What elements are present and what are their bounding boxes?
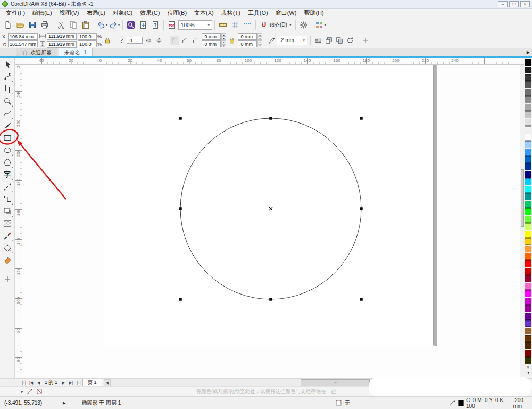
minimize-button[interactable]: [498, 1, 508, 7]
color-swatch[interactable]: [525, 335, 531, 342]
chamfered-corner-button[interactable]: [191, 36, 201, 45]
scale-y-field[interactable]: [78, 40, 97, 47]
search-content-button[interactable]: [125, 19, 137, 31]
color-swatch[interactable]: [525, 89, 531, 96]
corner-radius-bottom-right-field[interactable]: [238, 40, 257, 47]
zoom-level-combo[interactable]: 100%: [178, 20, 212, 30]
shape-tool-button[interactable]: [1, 70, 14, 83]
field-spinner[interactable]: [257, 40, 262, 47]
menu-item-tools[interactable]: 工具(O): [244, 9, 272, 18]
selection-handle[interactable]: [360, 207, 363, 210]
eyedropper-icon[interactable]: [27, 388, 33, 395]
freehand-tool-button[interactable]: [1, 107, 14, 119]
polygon-tool-button[interactable]: [1, 156, 14, 168]
menu-item-bitmaps[interactable]: 位图(B): [163, 9, 190, 18]
color-swatch[interactable]: [525, 67, 531, 73]
redo-button[interactable]: [109, 19, 120, 31]
artistic-media-tool-button[interactable]: [1, 119, 14, 132]
outline-width-combo[interactable]: .2 mm: [277, 36, 307, 45]
corner-radius-top-left-field[interactable]: [202, 33, 221, 40]
color-swatch[interactable]: [525, 298, 531, 305]
color-swatch[interactable]: [525, 104, 531, 111]
selection-handle[interactable]: [269, 117, 272, 120]
undo-button[interactable]: [96, 19, 108, 31]
field-spinner[interactable]: [221, 33, 226, 40]
tab-welcome-screen[interactable]: 欢迎屏幕: [16, 48, 57, 56]
object-height-field[interactable]: [47, 41, 77, 48]
color-swatch[interactable]: [525, 149, 531, 156]
scroll-left-arrow[interactable]: [104, 379, 111, 386]
color-eyedropper-tool-button[interactable]: [1, 230, 14, 242]
color-swatch[interactable]: [525, 201, 531, 208]
object-width-field[interactable]: [47, 33, 77, 40]
selection-handle[interactable]: [179, 298, 182, 301]
first-page-button[interactable]: [28, 379, 35, 386]
color-swatch[interactable]: [525, 328, 531, 334]
selection-handle[interactable]: [360, 298, 363, 301]
drawing-canvas[interactable]: [22, 65, 520, 378]
menu-item-view[interactable]: 视图(V): [56, 9, 83, 18]
show-rulers-button[interactable]: [217, 19, 229, 31]
horizontal-ruler[interactable]: 4020020406080100120140160180200220240: [22, 58, 524, 65]
menu-item-help[interactable]: 帮助(H): [300, 9, 327, 18]
color-swatch[interactable]: [525, 134, 531, 141]
page-1-tab[interactable]: 页 1: [82, 379, 102, 386]
transparency-tool-button[interactable]: [1, 217, 14, 230]
selection-handle[interactable]: [360, 117, 363, 120]
no-color-swatch[interactable]: [36, 388, 43, 395]
connector-tool-button[interactable]: [1, 193, 14, 205]
selection-handle[interactable]: [179, 117, 182, 120]
rotation-angle-field[interactable]: [127, 37, 143, 44]
mirror-vertical-button[interactable]: [154, 36, 164, 45]
color-swatch[interactable]: [525, 260, 531, 267]
horizontal-scrollbar-thumb[interactable]: [301, 379, 370, 386]
paste-button[interactable]: [80, 19, 92, 31]
color-swatch[interactable]: [525, 268, 531, 275]
new-button[interactable]: [2, 19, 14, 31]
menu-item-effects[interactable]: 效果(C): [136, 9, 163, 18]
publish-pdf-button[interactable]: [166, 19, 178, 31]
corner-radius-top-right-field[interactable]: [238, 33, 257, 40]
palette-scroll-down-icon[interactable]: [527, 365, 529, 370]
to-front-button[interactable]: [324, 36, 334, 45]
interactive-fill-tool-button[interactable]: [1, 242, 14, 254]
color-swatch[interactable]: [525, 111, 531, 118]
color-swatch[interactable]: [525, 119, 531, 126]
ruler-origin-box[interactable]: [15, 58, 22, 65]
color-swatch[interactable]: [525, 253, 531, 260]
corner-radius-bottom-left-field[interactable]: [202, 40, 221, 47]
menu-item-window[interactable]: 窗口(W): [272, 9, 301, 18]
x-position-field[interactable]: [8, 33, 38, 40]
menu-item-text[interactable]: 文本(X): [190, 9, 218, 18]
scalloped-corner-button[interactable]: [180, 36, 190, 45]
color-swatch[interactable]: [525, 320, 531, 327]
color-swatch[interactable]: [525, 238, 531, 245]
color-swatch[interactable]: [525, 305, 531, 312]
vertical-ruler[interactable]: 260240220200180160140120100806040: [15, 65, 22, 378]
color-swatch[interactable]: [525, 283, 531, 290]
edit-corners-together-button[interactable]: [227, 36, 237, 45]
mirror-horizontal-button[interactable]: [144, 36, 153, 45]
color-swatch[interactable]: [525, 193, 531, 200]
color-swatch[interactable]: [525, 81, 531, 88]
pick-tool-button[interactable]: [1, 58, 14, 70]
outline-indicator[interactable]: C: 0 M: 0 Y: 0 K: 100 .200 mm: [450, 397, 532, 409]
color-swatch[interactable]: [525, 59, 531, 66]
next-page-button[interactable]: [60, 379, 67, 386]
color-swatch[interactable]: [525, 126, 531, 133]
statusbar-flyout-icon[interactable]: [63, 401, 65, 405]
add-page-button[interactable]: [75, 379, 82, 386]
save-button[interactable]: [27, 19, 38, 31]
menu-item-file[interactable]: 文件(F): [2, 9, 29, 18]
color-swatch[interactable]: [525, 231, 531, 238]
show-grid-button[interactable]: [229, 19, 241, 31]
cut-button[interactable]: [55, 19, 67, 31]
maximize-button[interactable]: [509, 1, 519, 7]
page-settings-button[interactable]: [20, 379, 27, 386]
color-swatch[interactable]: [525, 290, 531, 297]
menu-item-object[interactable]: 对象(C): [109, 9, 136, 18]
field-spinner[interactable]: [257, 33, 262, 40]
import-button[interactable]: [137, 19, 149, 31]
color-swatch[interactable]: [525, 178, 531, 185]
close-button[interactable]: [520, 1, 530, 7]
